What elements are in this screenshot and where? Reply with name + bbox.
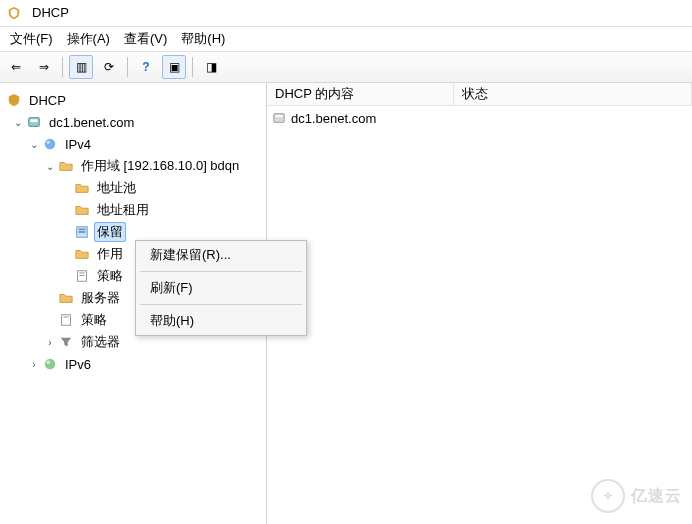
client-area: DHCP ⌄ dc1.benet.com ⌄ IPv4 ⌄ 作用域 [192.1… — [0, 83, 692, 524]
ipv6-icon — [42, 356, 58, 372]
folder-icon — [58, 158, 74, 174]
help-button[interactable]: ? — [134, 55, 158, 79]
watermark: ✧ 亿速云 — [572, 478, 682, 514]
menubar: 文件(F) 操作(A) 查看(V) 帮助(H) — [0, 27, 692, 52]
tree-ipv4[interactable]: ⌄ IPv4 — [6, 133, 266, 155]
svg-rect-1 — [31, 119, 38, 122]
toolbar-separator — [62, 57, 63, 77]
tree-label: 策略 — [78, 310, 110, 330]
tree-pool[interactable]: 地址池 — [6, 177, 266, 199]
watermark-text: 亿速云 — [631, 486, 682, 507]
tree-label: IPv4 — [62, 136, 94, 153]
panes-button[interactable]: ▥ — [69, 55, 93, 79]
svg-rect-15 — [276, 115, 283, 117]
svg-point-13 — [47, 361, 51, 365]
tree-label: 作用域 [192.168.10.0] bdqn — [78, 156, 242, 176]
menu-help[interactable]: 帮助(H) — [181, 27, 225, 51]
folder-icon — [74, 202, 90, 218]
collapse-icon[interactable]: ⌄ — [44, 160, 56, 172]
svg-rect-9 — [79, 275, 84, 276]
tree-lease[interactable]: 地址租用 — [6, 199, 266, 221]
list-body: dc1.benet.com — [267, 106, 692, 130]
tree-label: dc1.benet.com — [46, 114, 137, 131]
dhcp-icon — [6, 5, 22, 21]
reservation-icon — [74, 224, 90, 240]
server-icon — [26, 114, 42, 130]
arrow-right-icon: ⇒ — [39, 60, 49, 74]
forward-button[interactable]: ⇒ — [32, 55, 56, 79]
svg-rect-11 — [63, 317, 68, 318]
collapse-icon[interactable]: ⌄ — [12, 116, 24, 128]
back-button[interactable]: ⇐ — [4, 55, 28, 79]
window-title: DHCP — [32, 0, 69, 26]
tree-label: DHCP — [26, 92, 69, 109]
svg-rect-10 — [62, 315, 71, 326]
ctx-new-reservation[interactable]: 新建保留(R)... — [136, 241, 306, 269]
context-menu: 新建保留(R)... 刷新(F) 帮助(H) — [135, 240, 307, 336]
list-item-name: dc1.benet.com — [291, 111, 376, 126]
refresh-icon: ⟳ — [104, 60, 114, 74]
svg-point-12 — [45, 359, 56, 370]
menu-separator — [140, 271, 302, 272]
arrow-left-icon: ⇐ — [11, 60, 21, 74]
tree-server[interactable]: ⌄ dc1.benet.com — [6, 111, 266, 133]
svg-point-3 — [47, 141, 51, 145]
column-name[interactable]: DHCP 的内容 — [267, 83, 454, 105]
tree-label: 地址池 — [94, 178, 139, 198]
list-header: DHCP 的内容 状态 — [267, 83, 692, 106]
server-icon: ◨ — [206, 60, 217, 74]
folder-icon — [74, 246, 90, 262]
tree-label: 筛选器 — [78, 332, 123, 352]
console-button[interactable]: ▣ — [162, 55, 186, 79]
tree-label: 地址租用 — [94, 200, 152, 220]
tree-scope[interactable]: ⌄ 作用域 [192.168.10.0] bdqn — [6, 155, 266, 177]
tree-label: 策略 — [94, 266, 126, 286]
svg-rect-5 — [79, 229, 86, 231]
list-pane: DHCP 的内容 状态 dc1.benet.com — [267, 83, 692, 524]
titlebar: DHCP — [0, 0, 692, 27]
filter-icon — [58, 334, 74, 350]
panes-icon: ▥ — [76, 60, 87, 74]
menu-separator — [140, 304, 302, 305]
ipv4-icon — [42, 136, 58, 152]
expand-icon[interactable]: › — [44, 336, 56, 348]
menu-action[interactable]: 操作(A) — [67, 27, 110, 51]
policy-icon — [74, 268, 90, 284]
ctx-help[interactable]: 帮助(H) — [136, 307, 306, 335]
console-icon: ▣ — [169, 60, 180, 74]
toolbar-separator — [127, 57, 128, 77]
svg-point-2 — [45, 139, 56, 150]
menu-view[interactable]: 查看(V) — [124, 27, 167, 51]
column-status[interactable]: 状态 — [454, 83, 692, 105]
toolbar: ⇐ ⇒ ▥ ⟳ ? ▣ ◨ — [0, 52, 692, 83]
tree-label: 服务器 — [78, 288, 123, 308]
help-icon: ? — [142, 60, 149, 74]
expand-icon[interactable]: › — [28, 358, 40, 370]
svg-rect-8 — [79, 273, 84, 274]
tree-ipv6[interactable]: › IPv6 — [6, 353, 266, 375]
dhcp-icon — [6, 92, 22, 108]
ctx-refresh[interactable]: 刷新(F) — [136, 274, 306, 302]
server-icon — [271, 110, 287, 126]
menu-file[interactable]: 文件(F) — [10, 27, 53, 51]
toolbar-separator — [192, 57, 193, 77]
folder-icon — [58, 290, 74, 306]
tree-label: 作用 — [94, 244, 126, 264]
server-button[interactable]: ◨ — [199, 55, 223, 79]
policy-icon — [58, 312, 74, 328]
tree-root-dhcp[interactable]: DHCP — [6, 89, 266, 111]
refresh-button[interactable]: ⟳ — [97, 55, 121, 79]
svg-rect-14 — [274, 114, 285, 123]
list-item[interactable]: dc1.benet.com — [271, 108, 688, 128]
tree-label: IPv6 — [62, 356, 94, 373]
watermark-icon: ✧ — [591, 479, 625, 513]
svg-rect-6 — [79, 231, 86, 233]
collapse-icon[interactable]: ⌄ — [28, 138, 40, 150]
folder-icon — [74, 180, 90, 196]
tree-label: 保留 — [94, 222, 126, 242]
